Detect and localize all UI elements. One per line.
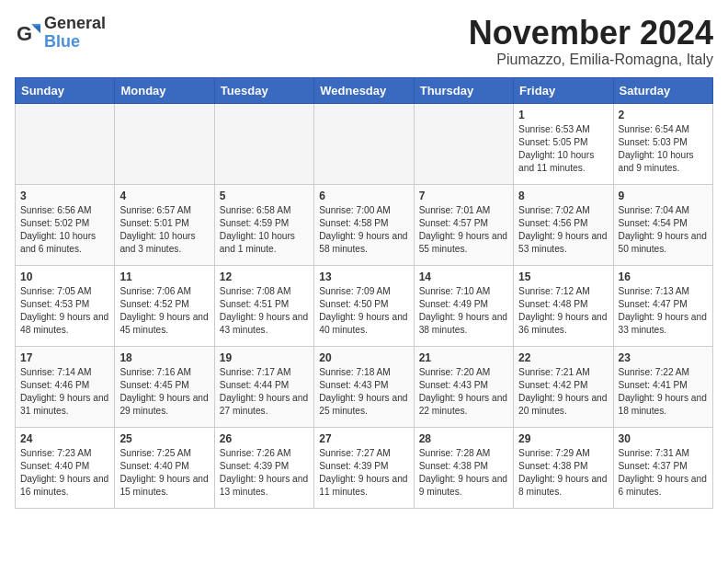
day-info: Sunrise: 6:58 AM Sunset: 4:59 PM Dayligh… [220, 204, 309, 257]
calendar-cell [314, 103, 414, 184]
calendar-cell: 25Sunrise: 7:25 AM Sunset: 4:40 PM Dayli… [115, 427, 214, 508]
logo: G General Blue [15, 15, 106, 52]
header-row: Sunday Monday Tuesday Wednesday Thursday… [16, 77, 713, 103]
calendar-cell: 2Sunrise: 6:54 AM Sunset: 5:03 PM Daylig… [613, 103, 712, 184]
day-info: Sunrise: 7:25 AM Sunset: 4:40 PM Dayligh… [119, 447, 209, 500]
day-number: 5 [220, 190, 309, 202]
day-info: Sunrise: 7:04 AM Sunset: 4:54 PM Dayligh… [619, 204, 708, 257]
day-number: 6 [319, 190, 408, 202]
title-block: November 2024 Piumazzo, Emilia-Romagna, … [469, 15, 713, 68]
calendar-cell: 11Sunrise: 7:06 AM Sunset: 4:52 PM Dayli… [115, 265, 214, 346]
day-number: 27 [319, 432, 408, 445]
day-info: Sunrise: 7:01 AM Sunset: 4:57 PM Dayligh… [419, 204, 508, 257]
calendar-cell: 9Sunrise: 7:04 AM Sunset: 4:54 PM Daylig… [613, 184, 712, 265]
page-header: G General Blue November 2024 Piumazzo, E… [15, 15, 713, 68]
day-info: Sunrise: 7:02 AM Sunset: 4:56 PM Dayligh… [518, 204, 608, 257]
calendar-header: Sunday Monday Tuesday Wednesday Thursday… [16, 77, 713, 103]
day-info: Sunrise: 7:21 AM Sunset: 4:42 PM Dayligh… [518, 366, 608, 419]
logo-text: General Blue [44, 15, 106, 52]
day-info: Sunrise: 6:53 AM Sunset: 5:05 PM Dayligh… [518, 123, 608, 176]
day-number: 17 [20, 351, 109, 364]
day-info: Sunrise: 7:05 AM Sunset: 4:53 PM Dayligh… [20, 285, 109, 338]
calendar-body: 1Sunrise: 6:53 AM Sunset: 5:05 PM Daylig… [16, 103, 713, 508]
calendar-cell: 22Sunrise: 7:21 AM Sunset: 4:42 PM Dayli… [514, 346, 613, 427]
day-info: Sunrise: 7:00 AM Sunset: 4:58 PM Dayligh… [319, 204, 408, 257]
day-number: 12 [220, 270, 309, 283]
week-row-1: 1Sunrise: 6:53 AM Sunset: 5:05 PM Daylig… [16, 103, 713, 184]
day-number: 13 [319, 270, 408, 283]
calendar-cell [414, 103, 513, 184]
calendar-cell: 19Sunrise: 7:17 AM Sunset: 4:44 PM Dayli… [214, 346, 313, 427]
day-number: 14 [419, 270, 508, 283]
day-info: Sunrise: 7:31 AM Sunset: 4:37 PM Dayligh… [619, 447, 708, 500]
day-info: Sunrise: 7:17 AM Sunset: 4:44 PM Dayligh… [220, 366, 309, 419]
calendar-cell: 5Sunrise: 6:58 AM Sunset: 4:59 PM Daylig… [214, 184, 313, 265]
calendar-cell: 8Sunrise: 7:02 AM Sunset: 4:56 PM Daylig… [514, 184, 613, 265]
calendar-cell: 26Sunrise: 7:26 AM Sunset: 4:39 PM Dayli… [214, 427, 313, 508]
day-number: 21 [419, 351, 508, 364]
svg-text:G: G [17, 22, 32, 45]
day-number: 15 [518, 270, 608, 283]
day-number: 8 [518, 190, 608, 202]
calendar-cell: 7Sunrise: 7:01 AM Sunset: 4:57 PM Daylig… [414, 184, 513, 265]
header-saturday: Saturday [613, 77, 712, 103]
day-number: 23 [619, 351, 708, 364]
month-title: November 2024 [469, 15, 713, 52]
calendar-cell [214, 103, 313, 184]
calendar-cell: 6Sunrise: 7:00 AM Sunset: 4:58 PM Daylig… [314, 184, 414, 265]
calendar-cell: 14Sunrise: 7:10 AM Sunset: 4:49 PM Dayli… [414, 265, 513, 346]
day-number: 16 [619, 270, 708, 283]
week-row-3: 10Sunrise: 7:05 AM Sunset: 4:53 PM Dayli… [16, 265, 713, 346]
day-number: 20 [319, 351, 408, 364]
header-friday: Friday [514, 77, 613, 103]
day-number: 4 [119, 190, 209, 202]
day-info: Sunrise: 6:57 AM Sunset: 5:01 PM Dayligh… [119, 204, 209, 257]
header-wednesday: Wednesday [314, 77, 414, 103]
calendar-cell: 13Sunrise: 7:09 AM Sunset: 4:50 PM Dayli… [314, 265, 414, 346]
day-info: Sunrise: 7:18 AM Sunset: 4:43 PM Dayligh… [319, 366, 408, 419]
day-info: Sunrise: 7:14 AM Sunset: 4:46 PM Dayligh… [20, 366, 109, 419]
day-info: Sunrise: 7:22 AM Sunset: 4:41 PM Dayligh… [619, 366, 708, 419]
day-number: 2 [619, 109, 708, 121]
calendar-cell: 20Sunrise: 7:18 AM Sunset: 4:43 PM Dayli… [314, 346, 414, 427]
calendar-cell: 16Sunrise: 7:13 AM Sunset: 4:47 PM Dayli… [613, 265, 712, 346]
header-thursday: Thursday [414, 77, 513, 103]
calendar-cell: 29Sunrise: 7:29 AM Sunset: 4:38 PM Dayli… [514, 427, 613, 508]
day-number: 29 [518, 432, 608, 445]
calendar-cell [16, 103, 115, 184]
day-number: 30 [619, 432, 708, 445]
day-info: Sunrise: 7:10 AM Sunset: 4:49 PM Dayligh… [419, 285, 508, 338]
day-info: Sunrise: 7:08 AM Sunset: 4:51 PM Dayligh… [220, 285, 309, 338]
week-row-2: 3Sunrise: 6:56 AM Sunset: 5:02 PM Daylig… [16, 184, 713, 265]
calendar-cell [115, 103, 214, 184]
calendar-cell: 21Sunrise: 7:20 AM Sunset: 4:43 PM Dayli… [414, 346, 513, 427]
calendar-cell: 3Sunrise: 6:56 AM Sunset: 5:02 PM Daylig… [16, 184, 115, 265]
calendar-table: Sunday Monday Tuesday Wednesday Thursday… [15, 77, 713, 509]
day-info: Sunrise: 7:26 AM Sunset: 4:39 PM Dayligh… [220, 447, 309, 500]
day-number: 18 [119, 351, 209, 364]
day-info: Sunrise: 7:06 AM Sunset: 4:52 PM Dayligh… [119, 285, 209, 338]
header-sunday: Sunday [16, 77, 115, 103]
day-number: 3 [20, 190, 109, 202]
calendar-cell: 24Sunrise: 7:23 AM Sunset: 4:40 PM Dayli… [16, 427, 115, 508]
week-row-5: 24Sunrise: 7:23 AM Sunset: 4:40 PM Dayli… [16, 427, 713, 508]
day-info: Sunrise: 7:23 AM Sunset: 4:40 PM Dayligh… [20, 447, 109, 500]
day-number: 10 [20, 270, 109, 283]
day-number: 28 [419, 432, 508, 445]
day-info: Sunrise: 7:27 AM Sunset: 4:39 PM Dayligh… [319, 447, 408, 500]
header-tuesday: Tuesday [214, 77, 313, 103]
calendar-cell: 1Sunrise: 6:53 AM Sunset: 5:05 PM Daylig… [514, 103, 613, 184]
header-monday: Monday [115, 77, 214, 103]
day-info: Sunrise: 7:20 AM Sunset: 4:43 PM Dayligh… [419, 366, 508, 419]
calendar-cell: 17Sunrise: 7:14 AM Sunset: 4:46 PM Dayli… [16, 346, 115, 427]
calendar-cell: 10Sunrise: 7:05 AM Sunset: 4:53 PM Dayli… [16, 265, 115, 346]
calendar-cell: 23Sunrise: 7:22 AM Sunset: 4:41 PM Dayli… [613, 346, 712, 427]
location-subtitle: Piumazzo, Emilia-Romagna, Italy [469, 52, 713, 68]
day-info: Sunrise: 7:12 AM Sunset: 4:48 PM Dayligh… [518, 285, 608, 338]
calendar-cell: 18Sunrise: 7:16 AM Sunset: 4:45 PM Dayli… [115, 346, 214, 427]
day-number: 25 [119, 432, 209, 445]
day-info: Sunrise: 7:16 AM Sunset: 4:45 PM Dayligh… [119, 366, 209, 419]
calendar-cell: 27Sunrise: 7:27 AM Sunset: 4:39 PM Dayli… [314, 427, 414, 508]
day-number: 22 [518, 351, 608, 364]
calendar-cell: 28Sunrise: 7:28 AM Sunset: 4:38 PM Dayli… [414, 427, 513, 508]
